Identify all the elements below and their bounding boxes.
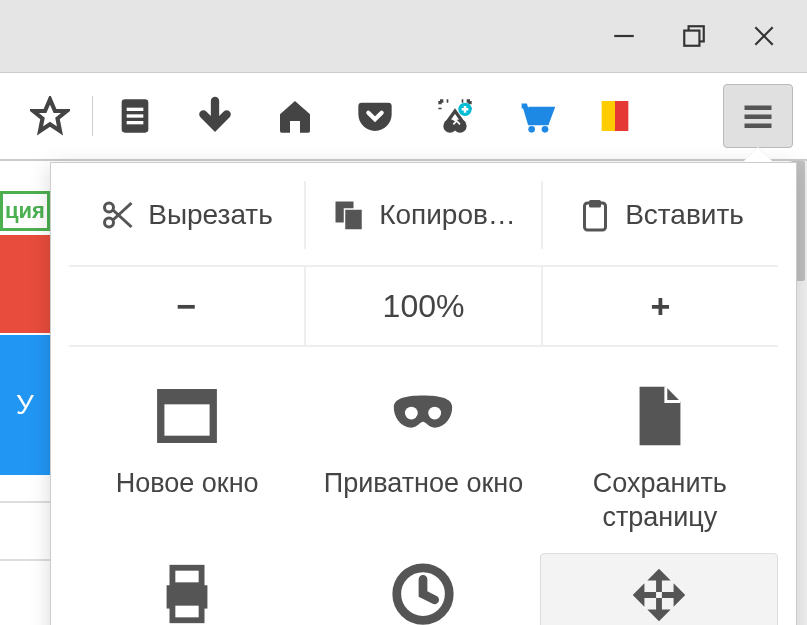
private-window-label: Приватное окно (324, 467, 524, 501)
svg-rect-17 (745, 115, 772, 120)
screenshot-icon (435, 96, 475, 136)
svg-rect-7 (127, 114, 144, 117)
new-window-label: Новое окно (116, 467, 259, 501)
bg-red-strip (0, 235, 50, 333)
svg-rect-33 (172, 602, 201, 620)
zoom-in-button[interactable]: + (543, 267, 778, 345)
bg-row-strip (0, 501, 50, 561)
zoom-level: 100% (306, 267, 543, 345)
window-titlebar (0, 0, 807, 73)
scissors-icon (100, 197, 136, 233)
star-icon (30, 96, 70, 136)
cart-icon (515, 96, 555, 136)
svg-rect-32 (172, 567, 201, 585)
save-page-label: Сохранить страницу (548, 467, 772, 535)
paste-label: Вставить (625, 199, 744, 231)
save-page-item[interactable]: Сохранить страницу (542, 375, 778, 541)
svg-point-20 (105, 218, 114, 227)
history-item[interactable] (305, 553, 541, 626)
screenshot-button[interactable] (415, 86, 495, 146)
svg-rect-15 (615, 101, 628, 131)
bg-blue-strip: У (0, 335, 50, 475)
maximize-icon (681, 23, 707, 49)
menu-icon (740, 98, 776, 134)
printer-icon (149, 559, 225, 626)
copy-label: Копиров… (379, 199, 516, 231)
paste-button[interactable]: Вставить (543, 181, 778, 249)
home-icon (275, 96, 315, 136)
cut-label: Вырезать (148, 199, 273, 231)
svg-point-13 (542, 126, 549, 133)
download-icon (195, 96, 235, 136)
mask-icon (385, 381, 461, 451)
svg-point-19 (105, 203, 114, 212)
copy-icon (331, 197, 367, 233)
svg-rect-6 (127, 108, 144, 111)
close-button[interactable] (729, 11, 799, 61)
flag-icon (595, 96, 635, 136)
maximize-button[interactable] (659, 11, 729, 61)
history-icon (385, 559, 461, 626)
home-button[interactable] (255, 86, 335, 146)
reading-list-button[interactable] (95, 86, 175, 146)
fullscreen-item[interactable] (540, 553, 778, 626)
separator (92, 96, 93, 136)
clipboard-row: Вырезать Копиров… Вставить (69, 181, 778, 267)
browser-toolbar (0, 73, 807, 161)
new-window-item[interactable]: Новое окно (69, 375, 305, 541)
cart-button[interactable] (495, 86, 575, 146)
svg-rect-18 (745, 124, 772, 129)
hamburger-menu-button[interactable] (723, 84, 793, 148)
paste-icon (577, 197, 613, 233)
svg-rect-8 (127, 121, 144, 124)
print-item[interactable] (69, 553, 305, 626)
minimize-icon (611, 23, 637, 49)
main-menu-panel: Вырезать Копиров… Вставить − 100% + Ново… (50, 162, 797, 625)
page-icon (622, 381, 698, 451)
private-window-item[interactable]: Приватное окно (305, 375, 541, 541)
svg-point-12 (528, 126, 535, 133)
svg-point-29 (405, 407, 418, 420)
pocket-icon (355, 96, 395, 136)
clipboard-list-icon (115, 96, 155, 136)
zoom-row: − 100% + (69, 267, 778, 347)
svg-point-30 (429, 407, 442, 420)
yandex-button[interactable] (575, 86, 655, 146)
svg-rect-14 (602, 101, 615, 131)
pocket-button[interactable] (335, 86, 415, 146)
close-icon (751, 23, 777, 49)
bookmark-star-button[interactable] (10, 86, 90, 146)
copy-button[interactable]: Копиров… (306, 181, 543, 249)
svg-rect-24 (345, 209, 363, 230)
zoom-out-button[interactable]: − (69, 267, 306, 345)
fullscreen-icon (621, 560, 697, 626)
menu-grid-row-1: Новое окно Приватное окно Сохранить стра… (69, 375, 778, 541)
svg-rect-26 (589, 200, 601, 208)
bg-green-strip: ция (0, 191, 50, 231)
cut-button[interactable]: Вырезать (69, 181, 306, 249)
menu-grid-row-2 (69, 553, 778, 626)
window-icon (149, 381, 225, 451)
svg-rect-28 (161, 393, 214, 405)
minimize-button[interactable] (589, 11, 659, 61)
svg-rect-16 (745, 106, 772, 111)
svg-rect-2 (684, 31, 699, 46)
downloads-button[interactable] (175, 86, 255, 146)
